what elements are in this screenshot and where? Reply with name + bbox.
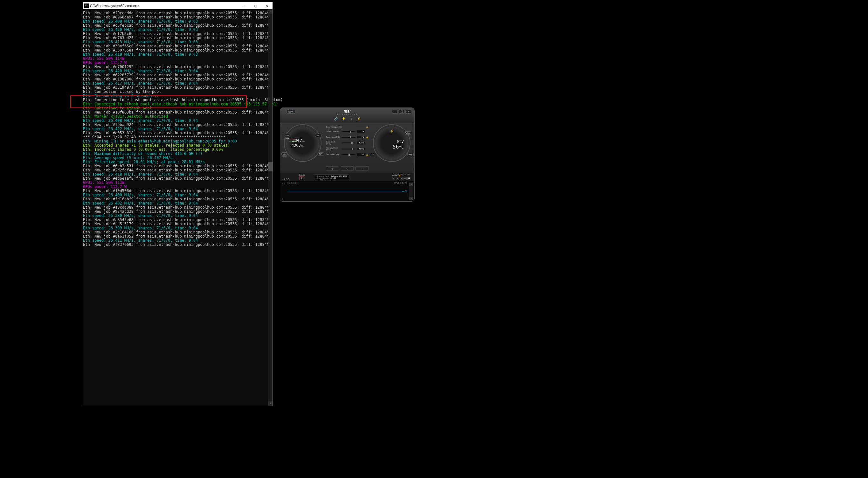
slider-value[interactable]: +500 [357,147,365,150]
driver-version: 461.09 [330,177,336,179]
ab-header: OC🔍 msi AFTERBURNER — ❐ ✕ 🔗💡ℹ⚡ [280,108,414,122]
profile-button[interactable]: 2 [396,177,399,180]
cmd-title: C:\Windows\system32\cmd.exe [90,4,238,8]
slider-label: Core Voltage (mV) [326,126,357,128]
windows-icon[interactable]: ⊞ [300,176,304,180]
voltage-readout: 0mV 56°C [381,139,404,150]
slider-thumb[interactable] [350,136,351,138]
voltage-temp-gauge: ⚡ Voltage Fan Temp. 0mV 56°C [373,124,410,162]
temp-label: Temp. [407,153,414,156]
ab-minimize-button[interactable]: — [392,110,398,114]
slider-row: Core Voltage (mV)🔒 [326,126,369,128]
powered-by-label: Powered by RivaTuner [394,174,410,176]
fan-label: Fan [370,153,376,156]
toolbar-icon-2[interactable]: ℹ [349,117,353,121]
scroll-down-button[interactable]: ▾ [268,401,273,406]
msi-brand: msi [336,109,358,114]
y-axis-bottom: 0 [282,198,283,200]
slider-label: Core Clock (MHz) [326,141,340,145]
slider-value[interactable]: +200 [357,141,365,144]
toolbar-icon-3[interactable]: ⚡ [356,117,361,121]
cmd-output[interactable]: Eth: New job #f9ccdddd from asia.ethash-… [83,9,273,406]
reset-button[interactable]: ↻ [341,166,354,171]
slider-thumb[interactable] [350,131,351,133]
settings-button[interactable]: ⚙ [326,166,339,171]
profile-button[interactable]: 3 [400,177,403,180]
slider-track[interactable] [341,143,356,143]
slider-track[interactable] [341,131,356,132]
slider-label: Power Limit (%) [326,131,340,132]
toolbar-icon-1[interactable]: 💡 [341,117,346,121]
slider-thumb[interactable] [348,154,350,156]
clock-gauge: GPU Clock BPC Mem Clock RST ▲ Base ▲ Boo… [284,124,321,162]
slider-value[interactable]: 75 [357,136,365,139]
toolbar-icon-0[interactable]: 🔗 [334,117,338,121]
cmd-window: C:\Windows\system32\cmd.exe — ▢ ✕ Eth: N… [83,2,273,406]
graph-scrollbar[interactable]: ▴ ▾ [409,183,413,200]
version-label: 4.6.2 [284,178,289,180]
core-clock-value: 1847 [291,138,302,143]
slider-track[interactable] [341,154,356,155]
profile-button[interactable]: 1 [392,177,395,180]
scroll-thumb[interactable] [268,162,273,172]
graph-title: GPU1 온도, °C [394,182,407,184]
ab-main-panel: GPU Clock BPC Mem Clock RST ▲ Base ▲ Boo… [280,122,414,173]
graph-scroll-up[interactable]: ▴ [409,183,413,186]
slider-row: Temp. Limit (°C)75🔒 [326,136,369,139]
bpc-button[interactable]: BPC [315,134,321,137]
lock-icon[interactable]: 🔒 [366,136,369,138]
clock-readout: 1847MHz 4303MHz [291,138,305,148]
afterburner-label: AFTERBURNER [336,114,358,115]
detach-button[interactable]: DETACH [319,178,325,180]
slider-track[interactable] [341,149,356,149]
slider-row: Power Limit (%)75 [326,130,369,133]
slider-track[interactable] [341,137,356,138]
temperature-value: 56 [393,144,399,150]
slider-label: Memory Clock (MHz) [326,147,340,151]
apply-button[interactable]: ✓ [355,166,369,171]
monitoring-graph[interactable]: 100 0 최소:55 최고:56 GPU1 온도, °C — 56 ▴ ▾ [280,181,414,201]
slider-row: Core Clock (MHz)+200 [326,141,369,145]
slider-label: Fan Speed (%) [326,154,340,155]
afterburner-window: OC🔍 msi AFTERBURNER — ❐ ✕ 🔗💡ℹ⚡ GPU Clock… [280,108,414,202]
profile-button[interactable]: ⋯ [403,177,407,180]
ab-logo: msi AFTERBURNER [336,109,358,115]
slider-row: Memory Clock (MHz)+500 [326,147,369,151]
graph-line [287,191,407,191]
bolt-icon: ⚡ [390,129,394,133]
cmd-icon [84,3,89,8]
cmd-titlebar[interactable]: C:\Windows\system32\cmd.exe — ▢ ✕ [83,2,273,9]
slider-value[interactable] [357,126,365,127]
slider-thumb[interactable] [352,148,353,150]
minimize-button[interactable]: — [238,2,250,9]
mem-clock-value: 4303 [291,143,301,148]
graph-scroll-down[interactable]: ▾ [409,197,413,200]
maximize-button[interactable]: ▢ [250,2,261,9]
slider-value[interactable]: 50 [357,153,365,156]
lock-icon[interactable]: 🔒 [366,126,369,128]
graph-current-value: — 56 [402,190,407,192]
ab-close-button[interactable]: ✕ [405,110,411,114]
close-button[interactable]: ✕ [261,2,273,9]
slider-row: Fan Speed (%)50🔒 [326,153,369,156]
slider-label: Temp. Limit (°C) [326,136,340,138]
slider-value[interactable]: 75 [357,130,365,133]
rst-button[interactable]: RST [318,152,324,155]
graph-stats: 최소:55 최고:56 [287,182,298,184]
cmd-scrollbar[interactable]: ▴ ▾ [268,9,273,406]
ab-info-bar: 4.6.2 Startup ⊞ DETACH Graphics Card:GeF… [280,173,414,181]
slider-panel: Core Voltage (mV)🔒Power Limit (%)75Temp.… [326,126,369,158]
ab-maximize-button[interactable]: ❐ [399,110,404,114]
profile-button[interactable]: 💾 [407,177,410,180]
y-axis-top: 100 [282,183,285,184]
oc-scanner-button[interactable]: OC🔍 [286,110,296,114]
mem-clock-label[interactable]: Mem Clock [281,152,288,155]
startup-toggle[interactable]: Startup ⊞ [299,174,305,180]
console-line: Eth: New job #f837e693 from asia.ethash-… [83,243,273,247]
slider-thumb[interactable] [351,142,352,144]
control-buttons: ⚙ ↻ ✓ [326,166,369,171]
scroll-up-button[interactable]: ▴ [268,9,273,14]
voltage-label: Voltage [405,131,411,135]
gpu-clock-label[interactable]: GPU Clock [284,134,290,137]
lock-icon[interactable]: 🔒 [366,154,369,156]
